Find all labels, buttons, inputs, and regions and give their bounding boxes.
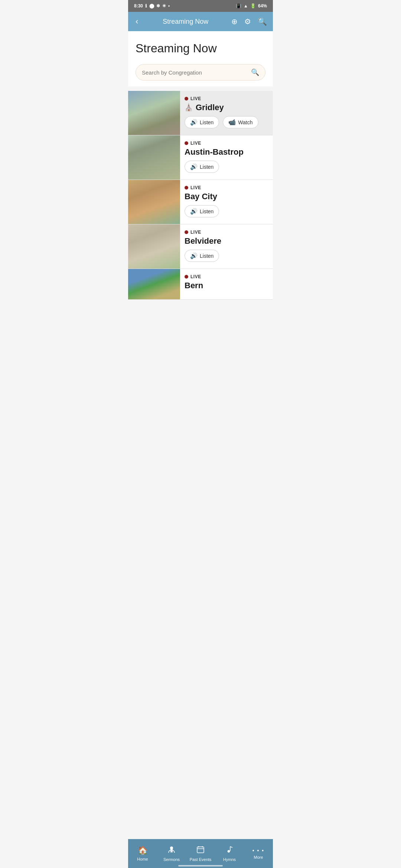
listen-button-austin[interactable]: 🔊 Listen <box>185 161 219 173</box>
church-name-baycity: Bay City <box>185 192 217 201</box>
action-buttons-baycity: 🔊 Listen <box>185 205 268 217</box>
live-dot-belvidere <box>185 230 188 234</box>
live-dot-bern <box>185 275 188 279</box>
stream-info-gridley: LIVE ⛪ Gridley 🔊 Listen 📹 Watch <box>180 91 273 135</box>
live-text-bern: LIVE <box>190 274 201 279</box>
live-badge-gridley: LIVE <box>185 96 268 101</box>
search-input[interactable] <box>142 69 251 76</box>
page-title: Streaming Now <box>136 42 265 55</box>
circle-icon: ⬤ <box>149 3 154 9</box>
live-dot-baycity <box>185 186 188 190</box>
watch-button-gridley[interactable]: 📹 Watch <box>223 116 258 128</box>
stream-item-bern: LIVE Bern <box>128 269 273 300</box>
live-badge-bern: LIVE <box>185 274 268 279</box>
vibrate-icon: 📳 <box>236 3 241 9</box>
header-icons: ⊕ ⚙ 🔍 <box>230 16 268 27</box>
live-dot-austin <box>185 141 188 145</box>
speaker-icon-baycity: 🔊 <box>190 208 198 215</box>
church-name-row-belvidere: Belvidere <box>185 236 268 246</box>
live-badge-baycity: LIVE <box>185 185 268 190</box>
search-icon[interactable]: 🔍 <box>256 16 268 27</box>
stream-item-baycity: LIVE Bay City 🔊 Listen <box>128 180 273 224</box>
stream-thumb-austin <box>128 135 180 180</box>
message-icon[interactable]: ⊕ <box>230 16 239 27</box>
speaker-icon-gridley: 🔊 <box>190 119 198 126</box>
church-name-row-gridley: ⛪ Gridley <box>185 103 268 112</box>
header: ‹ Streaming Now ⊕ ⚙ 🔍 <box>128 12 273 31</box>
fan2-icon: ✳ <box>162 3 166 9</box>
stream-list: LIVE ⛪ Gridley 🔊 Listen 📹 Watch <box>128 91 273 300</box>
back-button[interactable]: ‹ <box>133 14 141 29</box>
live-dot-gridley <box>185 97 188 101</box>
fan-icon: ❄ <box>156 3 160 9</box>
action-buttons-gridley: 🔊 Listen 📹 Watch <box>185 116 268 128</box>
status-time: 8:30 <box>134 3 143 9</box>
status-right: 📳 ▲ 🔋 64% <box>236 3 267 9</box>
speaker-icon-austin: 🔊 <box>190 163 198 170</box>
listen-button-belvidere[interactable]: 🔊 Listen <box>185 250 219 262</box>
battery-icon: 🔋 <box>250 3 256 9</box>
church-name-row-baycity: Bay City <box>185 192 268 201</box>
stream-item-gridley: LIVE ⛪ Gridley 🔊 Listen 📹 Watch <box>128 91 273 135</box>
speaker-icon-belvidere: 🔊 <box>190 252 198 259</box>
listen-button-baycity[interactable]: 🔊 Listen <box>185 205 219 217</box>
church-name-austin: Austin-Bastrop <box>185 147 244 157</box>
action-buttons-austin: 🔊 Listen <box>185 161 268 173</box>
video-icon-gridley: 📹 <box>228 119 236 126</box>
stream-info-baycity: LIVE Bay City 🔊 Listen <box>180 180 273 224</box>
live-text-baycity: LIVE <box>190 185 201 190</box>
stream-thumb-belvidere <box>128 224 180 269</box>
dot-icon: • <box>168 3 170 9</box>
main-content: Streaming Now 🔍 <box>128 31 273 86</box>
stream-item-austin: LIVE Austin-Bastrop 🔊 Listen <box>128 135 273 180</box>
listen-button-gridley[interactable]: 🔊 Listen <box>185 116 219 128</box>
header-title: Streaming Now <box>141 18 230 26</box>
live-text-austin: LIVE <box>190 141 201 146</box>
info-icon: ℹ <box>145 3 147 9</box>
battery-percent: 64% <box>258 3 267 9</box>
stream-item-belvidere: LIVE Belvidere 🔊 Listen <box>128 224 273 269</box>
action-buttons-belvidere: 🔊 Listen <box>185 250 268 262</box>
church-name-row-bern: Bern <box>185 281 268 290</box>
live-badge-austin: LIVE <box>185 141 268 146</box>
church-name-bern: Bern <box>185 281 203 290</box>
church-name-gridley: Gridley <box>196 103 224 112</box>
church-icon-gridley: ⛪ <box>185 103 193 112</box>
wifi-icon: ▲ <box>244 3 248 9</box>
live-text-belvidere: LIVE <box>190 230 201 235</box>
stream-info-belvidere: LIVE Belvidere 🔊 Listen <box>180 224 273 269</box>
stream-thumb-bern <box>128 269 180 299</box>
live-text-gridley: LIVE <box>190 96 201 101</box>
status-left: 8:30 ℹ ⬤ ❄ ✳ • <box>134 3 170 9</box>
stream-info-bern: LIVE Bern <box>180 269 273 299</box>
church-name-belvidere: Belvidere <box>185 236 221 246</box>
church-name-row-austin: Austin-Bastrop <box>185 147 268 157</box>
search-bar[interactable]: 🔍 <box>136 64 265 80</box>
search-inline-icon: 🔍 <box>251 68 259 76</box>
status-bar: 8:30 ℹ ⬤ ❄ ✳ • 📳 ▲ 🔋 64% <box>128 0 273 12</box>
stream-thumb-gridley <box>128 91 180 135</box>
live-badge-belvidere: LIVE <box>185 230 268 235</box>
stream-thumb-baycity <box>128 180 180 224</box>
stream-info-austin: LIVE Austin-Bastrop 🔊 Listen <box>180 135 273 180</box>
settings-icon[interactable]: ⚙ <box>243 16 252 27</box>
